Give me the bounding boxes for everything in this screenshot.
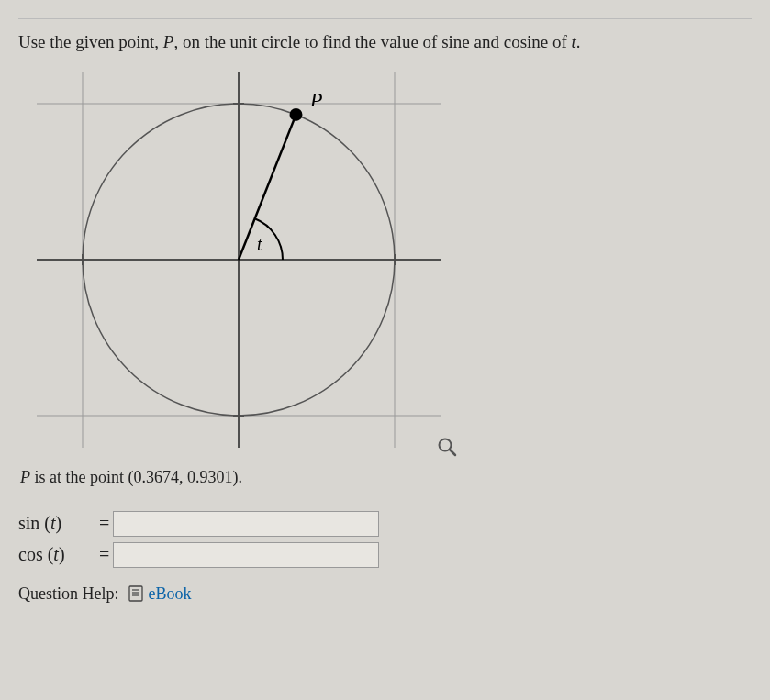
- question-help: Question Help: eBook: [18, 584, 752, 604]
- equals-sign: =: [99, 513, 109, 534]
- ebook-text: eBook: [149, 584, 192, 604]
- question-prompt: Use the given point, P, on the unit circ…: [18, 30, 752, 55]
- var-p: P: [163, 32, 174, 51]
- zoom-icon[interactable]: [437, 437, 457, 461]
- prompt-post: .: [576, 32, 581, 51]
- sin-input[interactable]: [113, 511, 379, 537]
- help-label: Question Help:: [18, 584, 119, 604]
- svg-line-14: [450, 450, 455, 455]
- equals-sign: =: [99, 544, 109, 565]
- cos-label: cos (t): [18, 544, 99, 565]
- unit-circle-diagram: P t: [37, 72, 459, 457]
- point-post: .: [239, 468, 243, 486]
- point-p: P: [20, 468, 30, 486]
- point-coords: (0.3674, 0.9301): [128, 468, 239, 486]
- sin-row: sin (t) =: [18, 511, 752, 537]
- svg-line-11: [239, 114, 296, 259]
- ebook-link[interactable]: eBook: [128, 584, 192, 604]
- prompt-pre: Use the given point,: [18, 32, 163, 51]
- top-divider: [18, 18, 752, 19]
- point-statement: P is at the point (0.3674, 0.9301).: [20, 468, 752, 487]
- ebook-icon: [128, 585, 143, 602]
- prompt-mid: , on the unit circle to find the value o…: [173, 32, 571, 51]
- svg-rect-15: [129, 586, 142, 601]
- diagram-svg: P t: [37, 72, 441, 448]
- svg-point-12: [290, 107, 303, 120]
- point-mid: is at the point: [30, 468, 128, 486]
- diagram-label-p: P: [309, 88, 322, 111]
- diagram-label-t: t: [257, 234, 262, 254]
- cos-row: cos (t) =: [18, 542, 752, 568]
- cos-input[interactable]: [113, 542, 379, 568]
- sin-label: sin (t): [18, 513, 99, 534]
